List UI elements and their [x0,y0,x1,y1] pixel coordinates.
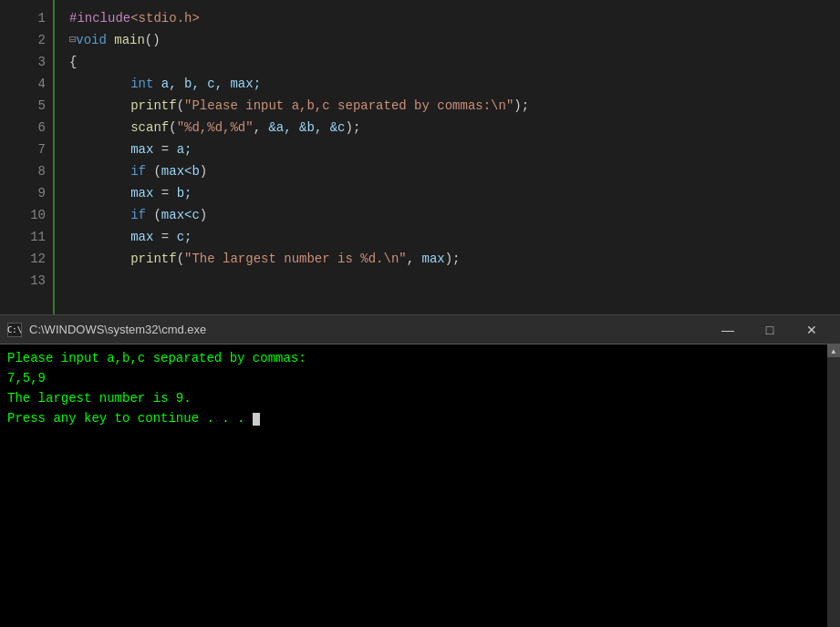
cmd-minimize-button[interactable]: — [707,315,749,344]
cmd-output-line: Press any key to continue . . . [7,408,833,428]
code-line: max = a; [69,139,840,160]
code-line: max = b; [69,182,840,204]
cmd-scrollbar[interactable]: ▲ [827,344,840,627]
code-line: { [69,51,840,73]
code-line: max = c; [69,226,840,248]
cmd-output-line: Please input a,b,c separated by commas: [7,348,833,368]
cmd-icon: C:\ [7,323,22,337]
cmd-cursor [253,413,260,426]
code-line: printf("Please input a,b,c separated by … [69,95,840,117]
code-line: if (max<b) [69,160,840,182]
code-line: if (max<c) [69,204,840,226]
line-numbers: 12345678910111213 [0,0,55,314]
cmd-title-text: C:\WINDOWS\system32\cmd.exe [29,323,707,336]
code-line: printf("The largest number is %d.\n", ma… [69,248,840,270]
cmd-restore-button[interactable]: □ [749,315,791,344]
cmd-body: Please input a,b,c separated by commas:7… [0,344,840,627]
cmd-output-line: The largest number is 9. [7,388,833,408]
cmd-window: C:\ C:\WINDOWS\system32\cmd.exe — □ ✕ Pl… [0,314,840,627]
cmd-titlebar: C:\ C:\WINDOWS\system32\cmd.exe — □ ✕ [0,315,840,344]
cmd-output-line: 7,5,9 [7,368,833,388]
code-line: #include<stdio.h> [69,7,840,29]
code-content[interactable]: #include<stdio.h>⊟void main(){ int a, b,… [55,0,840,314]
cmd-close-button[interactable]: ✕ [791,315,833,344]
code-line [69,270,840,292]
scroll-up-arrow[interactable]: ▲ [827,344,840,357]
code-editor: 12345678910111213 #include<stdio.h>⊟void… [0,0,840,314]
code-line: scanf("%d,%d,%d", &a, &b, &c); [69,117,840,139]
code-line: ⊟void main() [69,29,840,51]
code-line: int a, b, c, max; [69,73,840,95]
